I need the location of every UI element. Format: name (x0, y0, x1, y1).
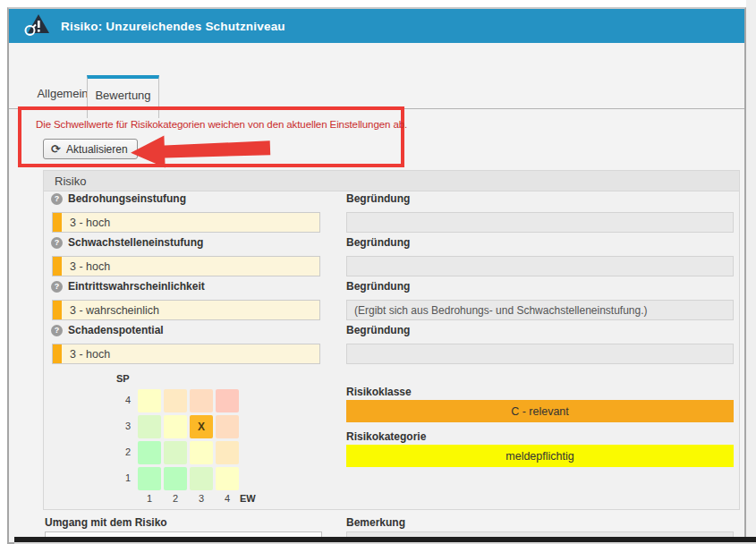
rating-label: Bedrohungseinstufung (68, 192, 186, 205)
risk-category-value: meldepflichtig (346, 445, 734, 467)
matrix-cell[interactable] (216, 415, 239, 438)
aktualisieren-button[interactable]: ⟳ Aktualisieren (43, 139, 138, 159)
tab-bewertung[interactable]: Bewertung (87, 75, 159, 118)
help-icon[interactable]: ? (51, 237, 63, 249)
matrix-cell[interactable] (190, 389, 213, 412)
rating-label: Eintrittswahrscheinlichkeit (68, 280, 205, 293)
rating-level-color-bar (53, 257, 62, 276)
rating-label: Schadenspotential (68, 324, 164, 336)
reason-input[interactable] (346, 344, 734, 364)
matrix-cell[interactable] (216, 467, 239, 490)
matrix-cell[interactable] (138, 441, 161, 464)
threshold-warning-text: Die Schwellwerte für Risikokategorien we… (36, 119, 403, 130)
matrix-cell[interactable] (164, 467, 187, 490)
matrix-col-label: 2 (164, 493, 187, 504)
refresh-icon: ⟳ (51, 143, 61, 155)
risk-class-value: C - relevant (346, 400, 734, 422)
matrix-cell[interactable] (138, 467, 161, 490)
matrix-cell[interactable] (164, 441, 187, 464)
help-icon[interactable]: ? (51, 193, 63, 205)
matrix-cell[interactable] (216, 389, 239, 412)
rating-row: ?Schwachstelleneinstufung3 - hochBegründ… (9, 230, 744, 276)
risk-category-label: Risikokategorie (346, 430, 426, 443)
aktualisieren-button-label: Aktualisieren (66, 143, 128, 156)
rating-row: ?Bedrohungseinstufung3 - hochBegründung (9, 186, 744, 233)
matrix-row-label: 3 (115, 421, 131, 431)
dialog-titlebar: Risiko: Unzureichendes Schutzniveau (9, 9, 744, 43)
matrix-cell[interactable] (164, 415, 187, 438)
outer-background (746, 0, 756, 544)
rating-value: 3 - wahrscheinlich (70, 304, 159, 317)
reason-label: Begründung (346, 192, 410, 205)
dialog-title: Risiko: Unzureichendes Schutzniveau (61, 20, 285, 33)
rating-label: Schwachstelleneinstufung (68, 236, 203, 249)
matrix-cell[interactable] (190, 441, 213, 464)
treatment-label: Umgang mit dem Risiko (45, 516, 167, 529)
matrix-cell-selected[interactable]: X (190, 415, 213, 438)
matrix-x-axis-label: EW (240, 493, 256, 504)
rating-level-color-bar (53, 344, 62, 363)
matrix-col-label: 1 (138, 493, 161, 504)
risk-dialog-window: Risiko: Unzureichendes Schutzniveau Allg… (7, 7, 746, 544)
screen: Risiko: Unzureichendes Schutzniveau Allg… (0, 0, 756, 544)
rating-select[interactable]: 3 - hoch (52, 344, 320, 364)
help-icon[interactable]: ? (51, 325, 63, 336)
matrix-cell[interactable] (138, 415, 161, 438)
remark-label: Bemerkung (346, 516, 405, 529)
matrix-cell[interactable] (190, 467, 213, 490)
matrix-row-label: 2 (115, 446, 131, 457)
matrix-row-label: 1 (115, 472, 131, 483)
rating-value: 3 - hoch (70, 348, 110, 361)
rating-level-color-bar (53, 301, 62, 319)
matrix-cell[interactable] (138, 389, 161, 412)
reason-label: Begründung (346, 280, 410, 293)
rating-level-color-bar (53, 213, 62, 232)
rating-row: ?Eintrittswahrscheinlichkeit3 - wahrsche… (9, 274, 744, 320)
reason-label: Begründung (346, 236, 410, 249)
risk-class-label: Risikoklasse (346, 386, 412, 398)
matrix-cell[interactable] (216, 441, 239, 464)
help-icon[interactable]: ? (51, 281, 63, 293)
matrix-col-label: 3 (190, 493, 213, 504)
matrix-y-axis-label: SP (116, 373, 130, 384)
matrix-cell[interactable] (164, 389, 187, 412)
rating-row: ?Schadenspotential3 - hochBegründung (9, 318, 744, 364)
matrix-row-label: 4 (115, 395, 131, 405)
reason-label: Begründung (346, 324, 410, 336)
risk-warning-icon (23, 13, 50, 38)
annotation-arrow (130, 128, 274, 173)
tab-allgemein[interactable]: Allgemein (31, 79, 94, 108)
rating-value: 3 - hoch (70, 260, 110, 273)
matrix-col-label: 4 (216, 493, 239, 504)
rating-value: 3 - hoch (70, 217, 110, 229)
